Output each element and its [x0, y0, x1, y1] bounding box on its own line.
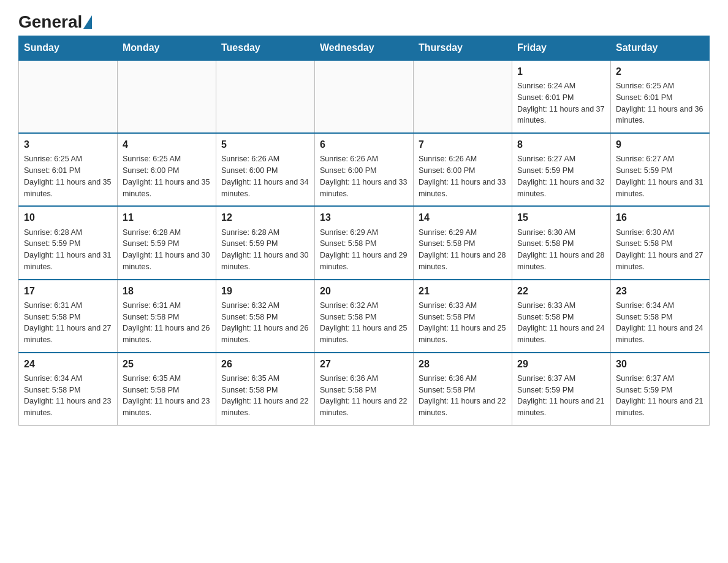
- day-info: Sunrise: 6:33 AMSunset: 5:58 PMDaylight:…: [419, 300, 507, 346]
- logo-triangle-icon: [83, 15, 92, 29]
- day-info: Sunrise: 6:35 AMSunset: 5:58 PMDaylight:…: [123, 373, 211, 419]
- calendar-week-row: 3Sunrise: 6:25 AMSunset: 6:01 PMDaylight…: [19, 133, 710, 206]
- calendar-cell: 28Sunrise: 6:36 AMSunset: 5:58 PMDayligh…: [414, 353, 512, 426]
- day-number: 1: [517, 64, 605, 79]
- day-info: Sunrise: 6:31 AMSunset: 5:58 PMDaylight:…: [24, 300, 112, 346]
- day-number: 8: [517, 137, 605, 151]
- calendar-cell: [19, 60, 118, 133]
- day-info: Sunrise: 6:35 AMSunset: 5:58 PMDaylight:…: [221, 373, 309, 419]
- day-info: Sunrise: 6:28 AMSunset: 5:59 PMDaylight:…: [123, 227, 211, 273]
- calendar-cell: 6Sunrise: 6:26 AMSunset: 6:00 PMDaylight…: [315, 133, 414, 206]
- calendar-cell: [315, 60, 414, 133]
- calendar-cell: 5Sunrise: 6:26 AMSunset: 6:00 PMDaylight…: [216, 133, 315, 206]
- logo-general: General: [18, 12, 93, 32]
- day-info: Sunrise: 6:26 AMSunset: 6:00 PMDaylight:…: [221, 153, 309, 199]
- calendar-cell: 17Sunrise: 6:31 AMSunset: 5:58 PMDayligh…: [19, 280, 118, 353]
- day-number: 7: [419, 137, 507, 151]
- calendar-cell: [414, 60, 512, 133]
- day-info: Sunrise: 6:33 AMSunset: 5:58 PMDaylight:…: [517, 300, 605, 346]
- calendar-cell: 2Sunrise: 6:25 AMSunset: 6:01 PMDaylight…: [611, 60, 710, 133]
- calendar-header-row: SundayMondayTuesdayWednesdayThursdayFrid…: [19, 36, 710, 61]
- calendar-cell: 13Sunrise: 6:29 AMSunset: 5:58 PMDayligh…: [315, 206, 414, 279]
- day-number: 5: [221, 137, 309, 151]
- calendar-cell: 14Sunrise: 6:29 AMSunset: 5:58 PMDayligh…: [414, 206, 512, 279]
- day-number: 15: [517, 210, 605, 224]
- calendar-week-row: 24Sunrise: 6:34 AMSunset: 5:58 PMDayligh…: [19, 353, 710, 426]
- day-info: Sunrise: 6:30 AMSunset: 5:58 PMDaylight:…: [616, 227, 704, 273]
- calendar-cell: [118, 60, 216, 133]
- day-info: Sunrise: 6:36 AMSunset: 5:58 PMDaylight:…: [419, 373, 507, 419]
- day-info: Sunrise: 6:36 AMSunset: 5:58 PMDaylight:…: [320, 373, 408, 419]
- calendar-cell: 26Sunrise: 6:35 AMSunset: 5:58 PMDayligh…: [216, 353, 315, 426]
- day-header-tuesday: Tuesday: [216, 36, 315, 61]
- day-number: 23: [616, 284, 704, 298]
- day-number: 3: [24, 137, 112, 151]
- calendar-week-row: 10Sunrise: 6:28 AMSunset: 5:59 PMDayligh…: [19, 206, 710, 279]
- day-info: Sunrise: 6:31 AMSunset: 5:58 PMDaylight:…: [123, 300, 211, 346]
- day-number: 12: [221, 210, 309, 224]
- day-number: 27: [320, 357, 408, 371]
- calendar-week-row: 17Sunrise: 6:31 AMSunset: 5:58 PMDayligh…: [19, 280, 710, 353]
- calendar-cell: 1Sunrise: 6:24 AMSunset: 6:01 PMDaylight…: [512, 60, 611, 133]
- day-info: Sunrise: 6:27 AMSunset: 5:59 PMDaylight:…: [517, 153, 605, 199]
- day-number: 16: [616, 210, 704, 224]
- calendar-cell: 23Sunrise: 6:34 AMSunset: 5:58 PMDayligh…: [611, 280, 710, 353]
- logo: General: [18, 12, 93, 29]
- day-info: Sunrise: 6:34 AMSunset: 5:58 PMDaylight:…: [24, 373, 112, 419]
- calendar-cell: 8Sunrise: 6:27 AMSunset: 5:59 PMDaylight…: [512, 133, 611, 206]
- calendar-cell: 9Sunrise: 6:27 AMSunset: 5:59 PMDaylight…: [611, 133, 710, 206]
- calendar-cell: 22Sunrise: 6:33 AMSunset: 5:58 PMDayligh…: [512, 280, 611, 353]
- day-info: Sunrise: 6:28 AMSunset: 5:59 PMDaylight:…: [221, 227, 309, 273]
- day-info: Sunrise: 6:37 AMSunset: 5:59 PMDaylight:…: [616, 373, 704, 419]
- day-number: 10: [24, 210, 112, 224]
- day-info: Sunrise: 6:25 AMSunset: 6:00 PMDaylight:…: [123, 153, 211, 199]
- day-number: 19: [221, 284, 309, 298]
- day-info: Sunrise: 6:28 AMSunset: 5:59 PMDaylight:…: [24, 227, 112, 273]
- page-header: General: [18, 12, 710, 29]
- calendar-cell: 24Sunrise: 6:34 AMSunset: 5:58 PMDayligh…: [19, 353, 118, 426]
- day-number: 13: [320, 210, 408, 224]
- calendar-cell: 30Sunrise: 6:37 AMSunset: 5:59 PMDayligh…: [611, 353, 710, 426]
- calendar-table: SundayMondayTuesdayWednesdayThursdayFrid…: [18, 36, 710, 426]
- day-number: 29: [517, 357, 605, 371]
- day-number: 28: [419, 357, 507, 371]
- day-info: Sunrise: 6:27 AMSunset: 5:59 PMDaylight:…: [616, 153, 704, 199]
- calendar-cell: 18Sunrise: 6:31 AMSunset: 5:58 PMDayligh…: [118, 280, 216, 353]
- calendar-week-row: 1Sunrise: 6:24 AMSunset: 6:01 PMDaylight…: [19, 60, 710, 133]
- day-number: 4: [123, 137, 211, 151]
- day-header-wednesday: Wednesday: [315, 36, 414, 61]
- calendar-cell: [216, 60, 315, 133]
- day-info: Sunrise: 6:32 AMSunset: 5:58 PMDaylight:…: [221, 300, 309, 346]
- day-info: Sunrise: 6:24 AMSunset: 6:01 PMDaylight:…: [517, 80, 605, 126]
- calendar-cell: 3Sunrise: 6:25 AMSunset: 6:01 PMDaylight…: [19, 133, 118, 206]
- day-number: 30: [616, 357, 704, 371]
- day-number: 14: [419, 210, 507, 224]
- calendar-cell: 21Sunrise: 6:33 AMSunset: 5:58 PMDayligh…: [414, 280, 512, 353]
- calendar-cell: 29Sunrise: 6:37 AMSunset: 5:59 PMDayligh…: [512, 353, 611, 426]
- calendar-cell: 20Sunrise: 6:32 AMSunset: 5:58 PMDayligh…: [315, 280, 414, 353]
- day-info: Sunrise: 6:25 AMSunset: 6:01 PMDaylight:…: [616, 80, 704, 126]
- calendar-cell: 25Sunrise: 6:35 AMSunset: 5:58 PMDayligh…: [118, 353, 216, 426]
- day-info: Sunrise: 6:25 AMSunset: 6:01 PMDaylight:…: [24, 153, 112, 199]
- calendar-cell: 11Sunrise: 6:28 AMSunset: 5:59 PMDayligh…: [118, 206, 216, 279]
- calendar-cell: 4Sunrise: 6:25 AMSunset: 6:00 PMDaylight…: [118, 133, 216, 206]
- day-info: Sunrise: 6:34 AMSunset: 5:58 PMDaylight:…: [616, 300, 704, 346]
- day-number: 6: [320, 137, 408, 151]
- day-info: Sunrise: 6:26 AMSunset: 6:00 PMDaylight:…: [320, 153, 408, 199]
- calendar-cell: 19Sunrise: 6:32 AMSunset: 5:58 PMDayligh…: [216, 280, 315, 353]
- calendar-cell: 27Sunrise: 6:36 AMSunset: 5:58 PMDayligh…: [315, 353, 414, 426]
- day-number: 25: [123, 357, 211, 371]
- day-number: 17: [24, 284, 112, 298]
- calendar-cell: 10Sunrise: 6:28 AMSunset: 5:59 PMDayligh…: [19, 206, 118, 279]
- day-info: Sunrise: 6:26 AMSunset: 6:00 PMDaylight:…: [419, 153, 507, 199]
- day-header-friday: Friday: [512, 36, 611, 61]
- day-number: 11: [123, 210, 211, 224]
- day-number: 18: [123, 284, 211, 298]
- day-info: Sunrise: 6:30 AMSunset: 5:58 PMDaylight:…: [517, 227, 605, 273]
- calendar-cell: 12Sunrise: 6:28 AMSunset: 5:59 PMDayligh…: [216, 206, 315, 279]
- day-number: 26: [221, 357, 309, 371]
- calendar-cell: 16Sunrise: 6:30 AMSunset: 5:58 PMDayligh…: [611, 206, 710, 279]
- day-info: Sunrise: 6:29 AMSunset: 5:58 PMDaylight:…: [419, 227, 507, 273]
- day-info: Sunrise: 6:37 AMSunset: 5:59 PMDaylight:…: [517, 373, 605, 419]
- day-info: Sunrise: 6:29 AMSunset: 5:58 PMDaylight:…: [320, 227, 408, 273]
